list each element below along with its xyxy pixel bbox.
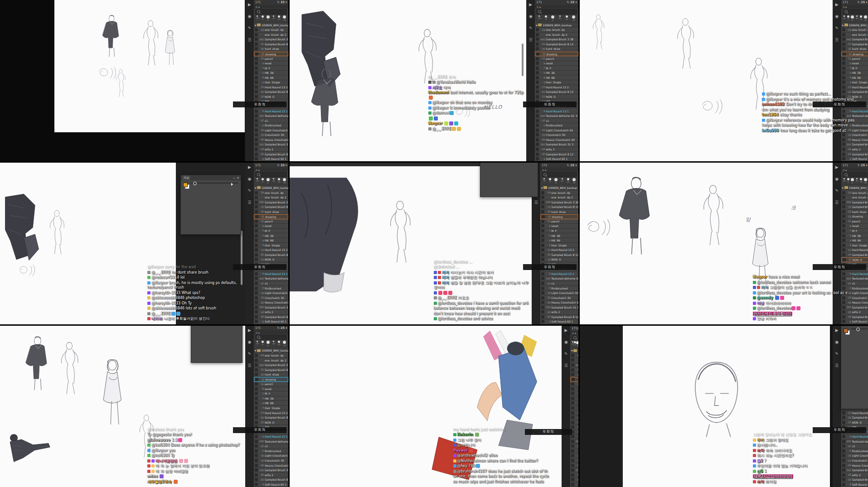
brush-row[interactable]: 12drawing (540, 214, 578, 219)
brush-preset[interactable]: 29 (256, 341, 259, 345)
chat-username[interactable]: mtnx (147, 474, 158, 478)
brush-row[interactable]: 9reset (570, 387, 578, 392)
color-picker-header[interactable]: 색상 — ✕ (181, 175, 241, 180)
brush-preset[interactable]: 29 (256, 15, 259, 19)
brush-row[interactable]: 33Light Crosshatch 50 (254, 453, 288, 458)
brush-preset[interactable]: 30 (272, 15, 275, 19)
brush-preset[interactable]: 6 (267, 178, 270, 184)
brush-preset[interactable]: 30 (561, 178, 563, 182)
chat-username[interactable]: Nvqsvr (428, 121, 443, 125)
brush-row[interactable]: 4Soft Round 60 1 (535, 157, 578, 162)
brush-row[interactable]: one_brush_dp 2 (570, 358, 578, 363)
brush-search-input[interactable] (843, 172, 868, 177)
brush-row[interactable]: 33Crosshatch 30 (570, 458, 578, 463)
brush-icon[interactable]: ✎ (529, 26, 533, 30)
brush-row[interactable]: 400Textured-deframe 02_3 (540, 276, 578, 281)
brush-row[interactable]: 300Sampled Brush 31 3 (570, 468, 578, 473)
brush-row[interactable]: 25hard_draw (540, 210, 578, 215)
info-icon[interactable]: ◉ (835, 340, 839, 344)
brush-row[interactable]: 15NON_O (254, 420, 288, 425)
chat-username[interactable]: 새2요 (432, 86, 442, 90)
brush-row[interactable]: 33Crosshatch 30 (841, 133, 868, 138)
brush-row[interactable]: 25hard_draw (254, 210, 288, 215)
brush-folder[interactable]: ▾ 100609_BRH_backup (570, 348, 578, 353)
fg-bg-swatch[interactable] (183, 183, 189, 183)
brush-row[interactable]: 7M_P (540, 229, 578, 234)
brush-row[interactable]: 9reset (254, 224, 288, 229)
brush-row[interactable]: 45Sampled Brush 8 12 (841, 152, 868, 157)
brush-preset[interactable]: 20 (278, 178, 281, 183)
brush-row[interactable]: 25hard_draw (841, 47, 868, 52)
chat-username[interactable]: inGu999 (762, 129, 779, 133)
brush-row[interactable]: 4Soft Round 60 1 (570, 482, 578, 487)
brush-row[interactable]: 5HB_3B (254, 396, 288, 401)
zoom-control[interactable]: ↻ 25 ▾ (277, 326, 287, 330)
brush-folder[interactable]: ▾ 100609_BRH_backup (841, 22, 868, 28)
brush-row[interactable]: 9Hard Round 13 1 (254, 272, 288, 277)
brush-preset[interactable]: 9 (262, 15, 264, 20)
brush-preset[interactable]: 29 (843, 15, 845, 19)
brush-row[interactable]: 11pencil (540, 219, 578, 224)
chat-username[interactable]: 지저 (442, 275, 449, 280)
brush-preset[interactable]: 9 (262, 341, 264, 346)
brush-row[interactable]: 19one_brush_dp (570, 353, 578, 358)
brush-row[interactable]: 5firstbrushed (570, 449, 578, 454)
brush-row[interactable]: 45Sampled Brush 8 12 (535, 152, 578, 157)
brush-row[interactable]: 4Soft Round 60 1 (254, 157, 288, 162)
brush-row[interactable]: 15Sampled Brush 8 13 (570, 367, 578, 372)
brush-row[interactable]: 25hard_draw (841, 210, 868, 215)
brush-row[interactable]: 47s1 (254, 444, 288, 449)
brush-row[interactable]: 19one_brush_dp (254, 190, 288, 195)
brush-row[interactable]: 20Sampled Brush 8 13 (540, 252, 578, 257)
play-icon[interactable]: ▶ (835, 165, 839, 169)
brush-row[interactable]: 43willy 2 (570, 473, 578, 477)
brush-row[interactable]: 47s1 (540, 281, 578, 286)
brush-row[interactable]: 3Hair_Single (254, 80, 288, 85)
brush-row[interactable]: 5firstbrushed (254, 286, 288, 291)
brush-row[interactable]: 3Hair_Single (254, 406, 288, 411)
brush-row[interactable]: 5HB_3B (535, 71, 578, 76)
play-icon[interactable]: ▶ (835, 2, 839, 7)
chat-username[interactable]: 율2 (757, 459, 763, 463)
brush-row[interactable]: 20Sampled Brush 8 13 (254, 90, 288, 95)
brush-row[interactable]: 33Light Crosshatch 50 (540, 291, 578, 296)
brush-row[interactable]: 20Sampled Brush 8 13 (841, 415, 868, 420)
drawing-canvas[interactable] (580, 0, 833, 161)
chat-username[interactable]: 새우될멍2족속 (147, 480, 172, 484)
brush-row[interactable]: one_brush_dp 2 (535, 33, 578, 38)
brush-row[interactable]: 33Crosshatch 30 (254, 458, 288, 463)
sv-marker[interactable] (193, 182, 197, 185)
play-icon[interactable]: ▶ (529, 2, 532, 7)
brush-row[interactable]: one_brush_dp 2 (841, 195, 868, 200)
brush-row[interactable]: 7M_P (254, 391, 288, 396)
brush-row[interactable]: 400Textured-deframe 02_3 (570, 439, 578, 444)
brush-preset[interactable]: 20 (860, 15, 863, 20)
brush-row[interactable]: 19one_brush_dp (540, 190, 578, 195)
info-icon[interactable]: ◉ (835, 177, 839, 181)
brush-row[interactable]: 7M_P (254, 229, 288, 234)
brush-row[interactable]: 942Sampled Brush 3 38 (841, 200, 868, 205)
brush-row[interactable]: 7M_P (254, 66, 288, 71)
brush-preset[interactable]: 6 (576, 341, 578, 347)
brush-row[interactable]: 20Sampled Brush 8 13 (535, 90, 578, 95)
brush-row[interactable]: 9Hard Round 13 1 (540, 272, 578, 277)
brush-row[interactable]: 19one_brush_dp (254, 353, 288, 358)
chat-username[interactable]: 속닥 (757, 480, 764, 484)
saturation-value-square[interactable] (191, 183, 231, 183)
brush-preset[interactable]: 6 (551, 15, 554, 21)
brush-row[interactable]: 15NON_O (535, 95, 578, 100)
chat-username[interactable]: Nekorin (457, 433, 473, 437)
brush-row[interactable]: 300Sampled Brush 31 3 (254, 305, 288, 310)
brush-row[interactable]: 33Crosshatch 30 (254, 133, 288, 138)
brush-row[interactable]: 11pencil (570, 382, 578, 387)
chat-username[interactable]: tox1264 (762, 113, 779, 117)
brush-preset[interactable]: 30 (272, 178, 275, 182)
brush-row[interactable]: 47s1 (254, 281, 288, 286)
brush-row[interactable]: one_brush_dp 2 (254, 33, 288, 38)
brush-search-input[interactable] (255, 9, 287, 14)
brush-preset[interactable]: 6 (851, 178, 854, 184)
brush-row[interactable]: 942Sampled Brush 3 38 (254, 200, 288, 205)
brush-row[interactable]: 942Sampled Brush 3 38 (254, 363, 288, 368)
brush-icon[interactable]: ✎ (835, 26, 839, 30)
brush-icon[interactable]: ✎ (835, 352, 839, 356)
